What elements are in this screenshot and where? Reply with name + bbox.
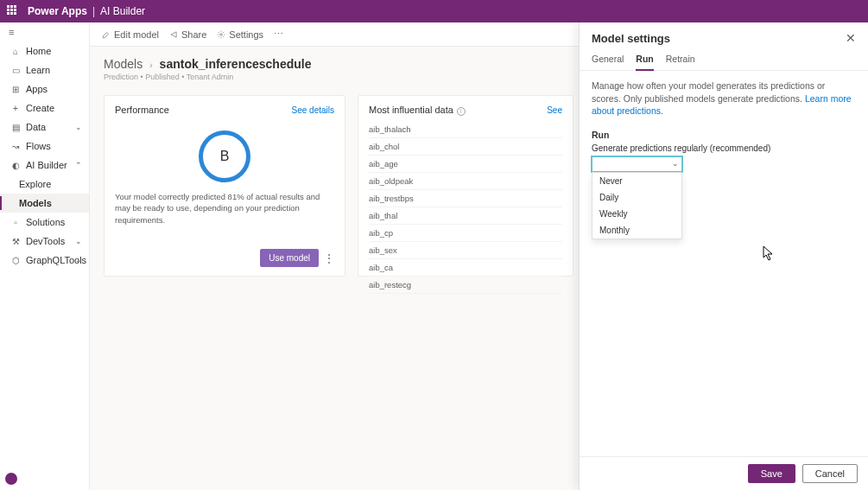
- chevron-up-icon: ⌃: [75, 161, 82, 169]
- graphql-icon: ⬡: [10, 255, 21, 265]
- waffle-icon[interactable]: [7, 5, 19, 17]
- nav-create[interactable]: +Create: [0, 99, 89, 118]
- list-item[interactable]: aib_oldpeak: [369, 173, 562, 190]
- run-section-label: Run: [592, 130, 856, 140]
- schedule-dropdown: Never Daily Weekly Monthly: [592, 172, 682, 239]
- panel-tabs: General Run Retrain: [580, 50, 868, 71]
- performance-title: Performance: [115, 105, 169, 115]
- main-content: Edit model Share Settings ⋯ Models › san…: [90, 22, 868, 490]
- influential-see[interactable]: See: [547, 105, 562, 115]
- flow-icon: ↝: [10, 141, 21, 151]
- performance-see-details[interactable]: See details: [292, 105, 334, 115]
- cmd-share[interactable]: Share: [169, 29, 206, 40]
- nav-ai-builder[interactable]: ◐AI Builder⌃: [0, 156, 89, 175]
- data-icon: ▤: [10, 122, 21, 132]
- list-item[interactable]: aib_thalach: [369, 121, 562, 138]
- chevron-down-icon: ⌄: [75, 237, 82, 245]
- chevron-down-icon: ⌄: [75, 256, 82, 264]
- cmd-edit-model[interactable]: Edit model: [102, 29, 159, 40]
- schedule-field-label: Generate predictions regularly (recommen…: [592, 143, 856, 153]
- devtools-icon: ⚒: [10, 236, 21, 246]
- nav-models[interactable]: Models: [0, 194, 89, 213]
- tab-retrain[interactable]: Retrain: [666, 54, 695, 70]
- panel-title: Model settings: [592, 32, 670, 45]
- nav-learn[interactable]: ▭Learn: [0, 60, 89, 80]
- performance-summary: Your model correctly predicted 81% of ac…: [115, 191, 334, 226]
- nav-apps[interactable]: ⊞Apps: [0, 80, 89, 99]
- option-never[interactable]: Never: [592, 173, 681, 189]
- apps-icon: ⊞: [10, 84, 21, 94]
- module-name: AI Builder: [100, 5, 145, 17]
- info-icon[interactable]: i: [457, 107, 466, 116]
- solutions-icon: ▫: [10, 217, 21, 227]
- app-header: Power Apps | AI Builder: [0, 0, 868, 22]
- nav-explore[interactable]: Explore: [0, 175, 89, 194]
- save-button[interactable]: Save: [748, 464, 795, 483]
- grade-ring: B: [199, 130, 250, 182]
- breadcrumb-current: santok_inferenceschedule: [160, 57, 312, 71]
- app-name: Power Apps: [28, 5, 87, 17]
- home-icon: ⌂: [10, 46, 21, 56]
- learn-icon: ▭: [10, 65, 21, 75]
- cmd-settings[interactable]: Settings: [217, 29, 263, 40]
- list-item[interactable]: aib_restecg: [369, 277, 562, 294]
- plus-icon: +: [10, 103, 21, 113]
- cmd-overflow[interactable]: ⋯: [274, 29, 283, 40]
- option-daily[interactable]: Daily: [592, 189, 681, 206]
- breadcrumb-root[interactable]: Models: [104, 57, 143, 71]
- use-model-button[interactable]: Use model: [260, 249, 319, 267]
- nav-data[interactable]: ▤Data⌄: [0, 118, 89, 137]
- tab-general[interactable]: General: [592, 54, 624, 70]
- option-monthly[interactable]: Monthly: [592, 222, 681, 239]
- nav-home[interactable]: ⌂Home: [0, 41, 89, 60]
- close-icon[interactable]: ✕: [846, 31, 856, 45]
- nav-solutions[interactable]: ▫Solutions: [0, 213, 89, 232]
- tab-run[interactable]: Run: [636, 54, 653, 71]
- chevron-down-icon: ⌄: [75, 123, 82, 131]
- list-item[interactable]: aib_chol: [369, 138, 562, 156]
- performance-overflow[interactable]: ⋮: [324, 252, 334, 264]
- list-item[interactable]: aib_cp: [369, 225, 562, 242]
- ai-icon: ◐: [10, 160, 21, 170]
- hamburger-icon[interactable]: ≡: [0, 22, 89, 41]
- list-item[interactable]: aib_sex: [369, 242, 562, 259]
- list-item[interactable]: aib_thal: [369, 207, 562, 225]
- model-settings-panel: Model settings ✕ General Run Retrain Man…: [579, 22, 868, 490]
- performance-card: Performance See details B Your model cor…: [104, 95, 345, 277]
- nav-flows[interactable]: ↝Flows: [0, 137, 89, 156]
- list-item[interactable]: aib_trestbps: [369, 190, 562, 207]
- influential-list: aib_thalach aib_chol aib_age aib_oldpeak…: [369, 121, 562, 294]
- left-nav: ≡ ⌂Home ▭Learn ⊞Apps +Create ▤Data⌄ ↝Flo…: [0, 22, 90, 490]
- svg-point-0: [220, 33, 223, 35]
- nav-devtools[interactable]: ⚒DevTools⌄: [0, 232, 89, 251]
- list-item[interactable]: aib_ca: [369, 259, 562, 277]
- panel-description: Manage how often your model generates it…: [592, 80, 856, 118]
- help-bubble-icon[interactable]: [5, 473, 17, 485]
- option-weekly[interactable]: Weekly: [592, 206, 681, 222]
- cancel-button[interactable]: Cancel: [802, 464, 858, 483]
- list-item[interactable]: aib_age: [369, 156, 562, 173]
- influential-title: Most influential datai: [369, 105, 466, 116]
- schedule-select[interactable]: ⌄ Never Daily Weekly Monthly: [592, 156, 682, 172]
- schedule-input[interactable]: [592, 156, 682, 172]
- influential-card: Most influential datai See aib_thalach a…: [358, 95, 573, 277]
- nav-graphql[interactable]: ⬡GraphQLTools⌄: [0, 251, 89, 270]
